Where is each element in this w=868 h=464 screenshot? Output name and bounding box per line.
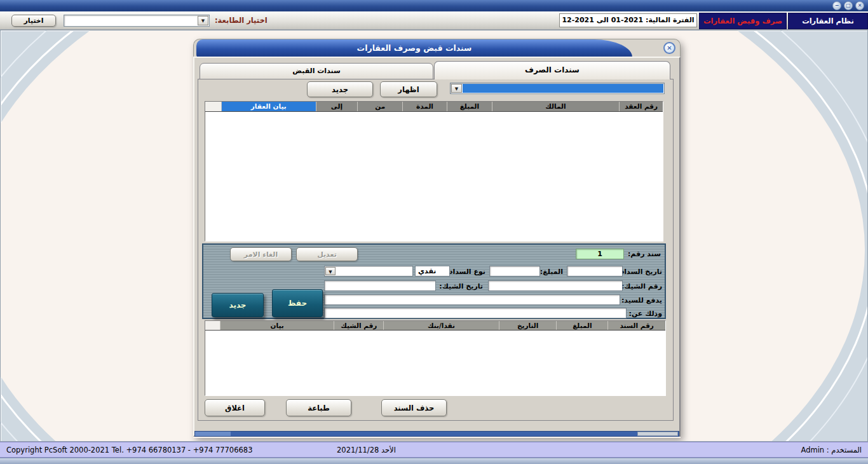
pay-to-input[interactable] [324, 294, 620, 305]
show-button[interactable]: اظهار [380, 81, 437, 97]
printer-label: اختيار الطابعة: [215, 16, 268, 25]
tab-payment-vouchers[interactable]: سندات الصرف [434, 61, 670, 79]
dialog-body: سندات القبض سندات الصرف ▼ اظهار جديد ب [193, 57, 681, 437]
payment-vouchers-panel: ▼ اظهار جديد بيان العقار إلى من المدة ال… [198, 79, 674, 421]
statusbar: Copyright PcSoft 2000-2021 Tel. +974 667… [0, 442, 868, 458]
minimize-icon[interactable]: − [832, 1, 841, 10]
dialog-titlebar: سندات قبض وصرف العقارات ✕ [193, 39, 681, 57]
new-button-top[interactable]: جديد [307, 81, 373, 97]
contracts-table-header: بيان العقار إلى من المدة المبلغ المالك ر… [205, 102, 663, 112]
close-icon[interactable]: ✕ [855, 1, 864, 10]
column-header-property-desc[interactable]: بيان العقار [222, 102, 316, 111]
voucher-form-panel: سند رقم: 1 تعديل الغاء الامر تاريخ السدا… [202, 243, 666, 319]
column-header-amount[interactable]: المبلغ [447, 102, 492, 111]
for-input[interactable] [324, 308, 627, 318]
column-header-to[interactable]: إلى [316, 102, 358, 111]
window-bottom-edge [0, 458, 868, 464]
combo-selection-highlight [463, 84, 663, 93]
contracts-table-body [205, 112, 663, 242]
scrollbar-thumb[interactable] [637, 432, 678, 436]
amount-input[interactable] [489, 266, 540, 276]
window-controls: − □ ✕ [832, 1, 864, 10]
voucher-no-label: سند رقم: [628, 250, 661, 258]
delete-voucher-button[interactable]: حذف السند [381, 399, 447, 416]
voucher-no-field[interactable]: 1 [576, 249, 624, 259]
chevron-down-icon[interactable]: ▼ [198, 16, 208, 25]
row-selector-header [205, 321, 220, 330]
dialog-title: سندات قبض وصرف العقارات [196, 39, 632, 57]
contract-combobox[interactable]: ▼ [450, 83, 665, 94]
print-button[interactable]: طباعة [286, 399, 351, 416]
menu-tab-property-system[interactable]: نظام العقارات [788, 13, 868, 29]
choose-printer-button[interactable]: اختيار [11, 15, 56, 27]
menu-tab-disburse-receive[interactable]: صرف وقبض العقارات [699, 13, 787, 29]
vouchers-table-header: بيان رقم الشيك نقدا/بنك التاريخ المبلغ ر… [205, 321, 665, 331]
current-date: الأحد 2021/11/28 [337, 446, 396, 454]
printer-combobox[interactable]: ▼ [64, 15, 210, 27]
financial-period-box: الفترة المالية: 2021-01 الى 2021-12 [559, 13, 697, 27]
vouchers-table-body [205, 331, 665, 396]
edit-button[interactable]: تعديل [296, 247, 358, 261]
new-button-form[interactable]: جديد [212, 293, 264, 317]
vouchers-table: بيان رقم الشيك نقدا/بنك التاريخ المبلغ ر… [205, 320, 666, 396]
column-header-cheque-no[interactable]: رقم الشيك [334, 321, 384, 330]
dialog-close-icon[interactable]: ✕ [663, 42, 675, 54]
toolbar: اختيار ▼ اختيار الطابعة: الفترة المالية:… [0, 11, 868, 30]
current-user: المستخدم : Admin [801, 446, 862, 454]
copyright-text: Copyright PcSoft 2000-2021 Tel. +974 667… [6, 446, 252, 454]
column-header-amount[interactable]: المبلغ [557, 321, 608, 330]
payment-date-input[interactable] [567, 266, 623, 276]
payment-type-value-box[interactable]: نقدي [415, 266, 450, 276]
column-header-contract-no[interactable]: رقم العقد [620, 102, 663, 111]
cheque-date-label: تاريخ الشيك: [439, 282, 483, 290]
chevron-down-icon[interactable]: ▼ [451, 84, 462, 93]
tab-receipt-vouchers[interactable]: سندات القبض [200, 63, 433, 79]
window-titlebar: البسيط في متابعة العقارات نسخة بي سي سوف… [0, 0, 868, 11]
application-window: البسيط في متابعة العقارات نسخة بي سي سوف… [0, 0, 868, 464]
column-header-date[interactable]: التاريخ [499, 321, 557, 330]
vouchers-dialog: سندات قبض وصرف العقارات ✕ سندات القبض سن… [193, 39, 681, 438]
cheque-no-input[interactable] [488, 280, 623, 291]
for-label: وذلك عن: [629, 310, 663, 318]
row-selector-header [205, 102, 222, 111]
close-button[interactable]: اغلاق [205, 399, 265, 416]
contracts-table: بيان العقار إلى من المدة المبلغ المالك ر… [205, 101, 663, 242]
save-button[interactable]: حفظ [272, 289, 323, 317]
column-header-owner[interactable]: المالك [492, 102, 620, 111]
payment-date-label: تاريخ السداد: [618, 268, 662, 276]
column-header-from[interactable]: من [358, 102, 403, 111]
column-header-duration[interactable]: المدة [403, 102, 447, 111]
mdi-desktop: سندات قبض وصرف العقارات ✕ سندات القبض سن… [0, 30, 868, 442]
payment-type-label: نوع السداد: [446, 268, 485, 276]
cheque-no-label: رقم الشيك: [621, 282, 662, 290]
column-header-description[interactable]: بيان [220, 321, 335, 330]
scrollbar-segment [195, 432, 231, 436]
payment-type-combobox[interactable]: ▼ [324, 266, 413, 276]
horizontal-scrollbar[interactable] [194, 431, 679, 437]
amount-label: المبلغ: [540, 268, 563, 276]
cancel-command-button[interactable]: الغاء الامر [230, 247, 292, 261]
cheque-date-input[interactable] [324, 280, 436, 291]
maximize-icon[interactable]: □ [844, 1, 853, 10]
column-header-voucher-no[interactable]: رقم السند [608, 321, 665, 330]
column-header-cash-bank[interactable]: نقدا/بنك [384, 321, 499, 330]
pay-to-label: يدفع للسيد: [621, 296, 662, 304]
chevron-down-icon[interactable]: ▼ [325, 267, 336, 275]
